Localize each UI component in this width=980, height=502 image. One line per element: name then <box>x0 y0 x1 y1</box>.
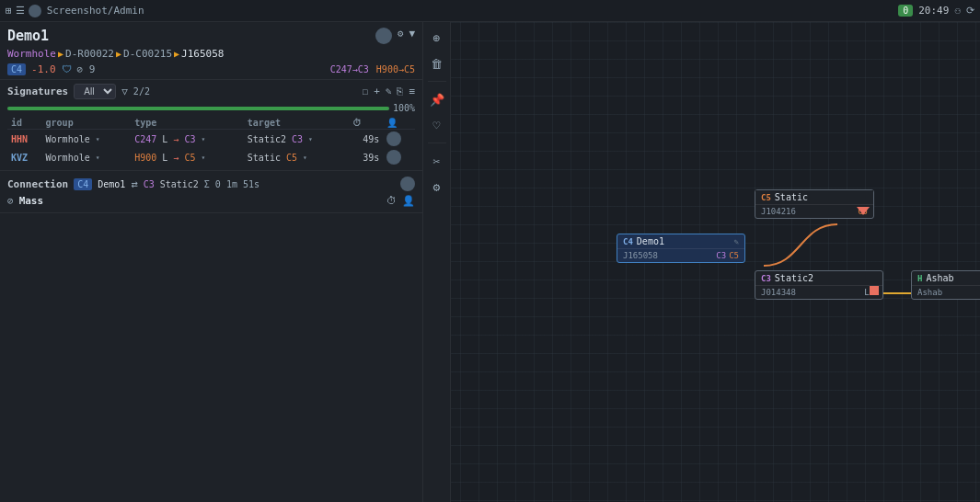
right-canvas: ⊕ 🗑 📌 ♡ ✂ ⚙ C4 Demo1 <box>423 22 980 502</box>
class-tag: C4 <box>7 63 26 75</box>
node-h-ashab-title: H Ashab <box>917 273 954 283</box>
sig-row-hhn[interactable]: HHN Wormhole ▾ C247 L → C3 ▾ <box>7 130 415 149</box>
sig-header: Signatures All ▽ 2/2 ☐ + ✎ ⎘ ≡ <box>7 84 415 99</box>
breadcrumb-dc00215: D-C00215 <box>123 48 172 60</box>
signatures-section: Signatures All ▽ 2/2 ☐ + ✎ ⎘ ≡ 100% <box>0 80 422 171</box>
user-icon: 👤 <box>402 195 415 207</box>
toolbar-settings-btn[interactable]: ⚙ <box>427 177 447 197</box>
node-c3-static2-sysid: J014348 <box>761 288 796 297</box>
sig-progress-row: 100% <box>7 103 415 113</box>
node-demo1-ports: C3 C5 <box>716 251 739 260</box>
col-time[interactable]: ⏱ <box>349 117 384 130</box>
add-sig-icon[interactable]: ☐ <box>363 86 369 97</box>
sig-progress-bg <box>7 107 389 110</box>
sig-actions: ☐ + ✎ ⎘ ≡ <box>363 86 416 97</box>
conn-sum: Σ 0 <box>204 179 221 189</box>
col-target[interactable]: target <box>244 117 349 130</box>
node-c3-static2[interactable]: C3 Static2 J014348 L H <box>755 270 883 300</box>
breadcrumb: Wormhole ▶ D-R00022 ▶ D-C00215 ▶ J165058 <box>7 48 415 60</box>
node-demo1-badge: C4 <box>623 237 633 246</box>
node-demo1-title: C4 Demo1 <box>623 236 664 246</box>
more-sig-icon[interactable]: ≡ <box>409 86 415 97</box>
toolbar-divider-1 <box>428 81 446 82</box>
filter-icon: ▽ <box>121 86 128 97</box>
node-h-ashab-sysid: Ashab <box>917 288 942 297</box>
c5-static-indicator <box>857 207 870 215</box>
toolbar-pin-btn[interactable]: 📌 <box>427 89 447 109</box>
breadcrumb-j165058: J165058 <box>181 48 224 60</box>
sig-id-kvz: KVZ <box>11 153 28 163</box>
node-c5-static-sysid: J104216 <box>761 207 796 216</box>
conn-right <box>400 177 415 191</box>
edit-sig-icon[interactable]: ✎ <box>386 86 392 97</box>
conn-from-name: Demo1 <box>98 179 125 189</box>
conn-arrows: ⇄ <box>131 177 137 190</box>
sig-avatar-kvz <box>386 150 401 165</box>
left-panel: Demo1 ⚙ ▼ Wormhole ▶ D-R00022 ▶ D-C00215… <box>0 22 423 502</box>
user-avatar <box>29 5 41 17</box>
route-h900-c5: H900→C5 <box>376 64 415 74</box>
conn-time: 1m 51s <box>226 179 259 189</box>
sig-table: id group type target ⏱ 👤 HHN Wormhole ▾ <box>7 117 415 166</box>
sig-group-kvz: Wormhole <box>46 153 90 163</box>
node-c3-static2-header: C3 Static2 <box>755 271 882 286</box>
conn-from-class: C4 <box>74 178 92 190</box>
node-c3-static2-body: J014348 L H <box>755 286 882 299</box>
sig-arrow-kvz: → <box>173 153 179 163</box>
node-h-ashab-body: Ashab <box>912 286 980 299</box>
sig-target-dest-hhn: C3 <box>292 134 303 144</box>
window-icon: ⊞ <box>6 5 12 17</box>
node-c5-static-badge: C5 <box>761 193 771 202</box>
node-h-ashab-header: H Ashab <box>912 271 980 286</box>
sig-target-dest-kvz: C5 <box>286 153 297 163</box>
more-icon[interactable]: ▼ <box>409 28 415 44</box>
toolbar-delete-btn[interactable]: 🗑 <box>427 53 447 74</box>
conn-mass-row: ⊘ Mass ⏱ 👤 <box>7 195 415 207</box>
node-h-ashab[interactable]: H Ashab Ashab <box>911 270 980 300</box>
c3-static2-indicator <box>870 286 879 295</box>
node-c5-static[interactable]: C5 Static J104216 C5 <box>755 189 874 219</box>
top-bar-right: 0 20:49 ⚇ ⟳ <box>898 5 974 17</box>
sig-code-kvz: H900 <box>134 153 156 163</box>
demo-header: Demo1 ⚙ ▼ Wormhole ▶ D-R00022 ▶ D-C00215… <box>0 22 422 80</box>
avatar-icon <box>375 28 392 44</box>
demo-title-row: Demo1 ⚙ ▼ <box>7 28 415 44</box>
top-bar: ⊞ ☰ Screenshot/Admin 0 20:49 ⚇ ⟳ <box>0 0 980 22</box>
sig-row-kvz[interactable]: KVZ Wormhole ▾ H900 L → C5 ▾ <box>7 148 415 166</box>
copy-sig-icon[interactable]: ⎘ <box>397 86 403 97</box>
sig-dest-hhn: C3 <box>184 134 195 144</box>
shield-icon: 🛡 <box>62 63 72 75</box>
new-sig-icon[interactable]: + <box>374 86 380 97</box>
badge-count: 0 <box>898 5 913 17</box>
node-demo1-port-c5: C5 <box>729 251 739 260</box>
col-id[interactable]: id <box>7 117 42 130</box>
side-toolbar: ⊕ 🗑 📌 ♡ ✂ ⚙ <box>423 22 451 502</box>
node-c5-static-header: C5 Static <box>755 190 873 205</box>
sig-code-hhn: C247 <box>134 134 156 144</box>
demo-title-icons: ⚙ ▼ <box>375 28 415 44</box>
sig-filter-select[interactable]: All <box>74 84 116 99</box>
breadcrumb-dr00022: D-R00022 <box>65 48 114 60</box>
main-layout: Demo1 ⚙ ▼ Wormhole ▶ D-R00022 ▶ D-C00215… <box>0 22 980 502</box>
sig-icon: ⊘ <box>77 63 84 75</box>
node-c3-static2-badge: C3 <box>761 274 771 283</box>
sig-avatar-hhn <box>386 131 401 146</box>
sig-count-tag: ⊘ 9 <box>77 63 96 75</box>
sig-time-hhn: 49s <box>349 130 384 149</box>
toolbar-favorite-btn[interactable]: ♡ <box>427 115 447 135</box>
top-bar-time: 20:49 <box>918 5 949 17</box>
node-demo1[interactable]: C4 Demo1 ✎ J165058 C3 C5 <box>617 234 745 263</box>
link-icon: ⚇ <box>954 5 961 17</box>
value-tag: -1.0 <box>31 63 56 75</box>
node-c3-static2-title: C3 Static2 <box>761 273 813 283</box>
node-demo1-header: C4 Demo1 ✎ <box>617 234 744 249</box>
conn-title: Connection <box>7 178 68 190</box>
settings-icon[interactable]: ⚙ <box>398 28 404 44</box>
col-type[interactable]: type <box>131 117 244 130</box>
toolbar-cut-btn[interactable]: ✂ <box>427 151 447 171</box>
toolbar-add-btn[interactable]: ⊕ <box>427 28 447 48</box>
sig-id-hhn: HHN <box>11 134 28 144</box>
col-user: 👤 <box>383 117 415 130</box>
col-group[interactable]: group <box>42 117 132 130</box>
node-demo1-edit[interactable]: ✎ <box>734 237 739 246</box>
